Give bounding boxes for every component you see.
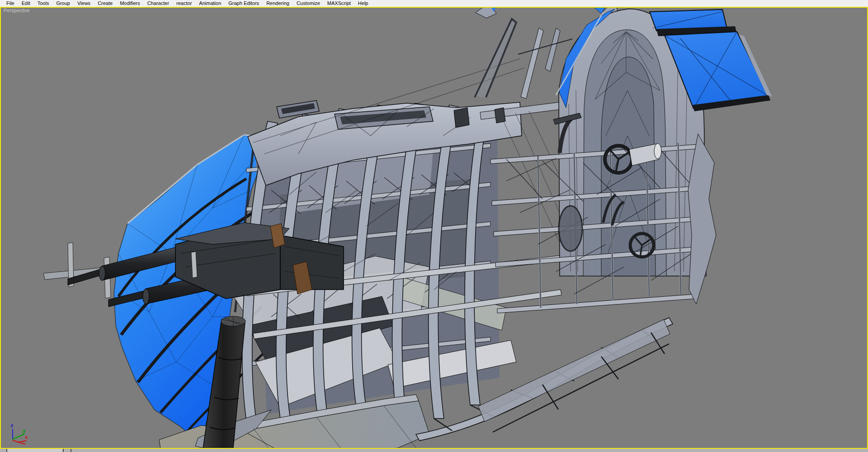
menu-item-create[interactable]: Create bbox=[94, 0, 116, 7]
track-bar-segment[interactable] bbox=[7, 449, 62, 452]
main-menubar: File Edit Tools Group Views Create Modif… bbox=[0, 0, 868, 7]
menu-item-tools[interactable]: Tools bbox=[34, 0, 53, 7]
jacket-1-cap bbox=[99, 266, 105, 281]
track-bar-tick bbox=[63, 449, 64, 452]
jacket-2-cap bbox=[143, 289, 149, 304]
menu-item-graph-editors[interactable]: Graph Editors bbox=[225, 0, 263, 7]
menu-item-help[interactable]: Help bbox=[354, 0, 372, 7]
axis-tripod: z y x bbox=[10, 423, 28, 444]
menu-item-file[interactable]: File bbox=[3, 0, 18, 7]
menu-item-customize[interactable]: Customize bbox=[293, 0, 324, 7]
viewport-canvas[interactable]: z y x bbox=[0, 0, 868, 452]
menu-item-reactor[interactable]: reactor bbox=[173, 0, 195, 7]
axis-z-label: z bbox=[10, 423, 14, 428]
viewport-label[interactable]: Perspective bbox=[4, 8, 29, 13]
lower-taper-braces bbox=[493, 333, 669, 432]
equipment-cylinder-1 bbox=[454, 108, 469, 128]
floor-opening bbox=[559, 206, 582, 251]
windshield-sliver-2 bbox=[545, 28, 560, 71]
windshield-sliver-1 bbox=[521, 28, 543, 99]
deck-rail bbox=[480, 101, 567, 119]
lower-taper-beam bbox=[478, 319, 670, 422]
menu-item-edit[interactable]: Edit bbox=[18, 0, 34, 7]
windshield-brace bbox=[518, 39, 572, 54]
axis-x-label: x bbox=[25, 434, 28, 440]
track-bar[interactable] bbox=[0, 449, 868, 452]
axis-y-label: y bbox=[23, 428, 26, 434]
track-bar-tick bbox=[71, 449, 71, 452]
menu-item-modifiers[interactable]: Modifiers bbox=[116, 0, 144, 7]
equipment-cylinder-2 bbox=[495, 108, 505, 123]
menu-item-group[interactable]: Group bbox=[52, 0, 74, 7]
track-bar-tick bbox=[6, 449, 7, 452]
menu-item-animation[interactable]: Animation bbox=[195, 0, 225, 7]
menu-item-rendering[interactable]: Rendering bbox=[263, 0, 293, 7]
menu-item-views[interactable]: Views bbox=[74, 0, 94, 7]
menu-item-maxscript[interactable]: MAXScript bbox=[324, 0, 354, 7]
menu-item-character[interactable]: Character bbox=[144, 0, 173, 7]
hub-cap bbox=[654, 143, 661, 159]
